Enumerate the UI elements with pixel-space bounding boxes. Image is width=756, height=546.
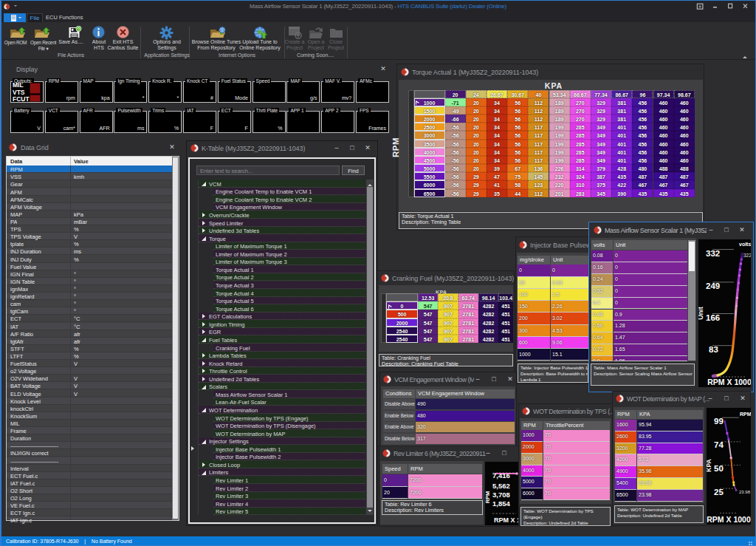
svg-text:RPM X 1000: RPM X 1000 [707,515,751,524]
svg-text:volts: volts [739,242,751,247]
svg-text:25: 25 [714,488,724,496]
svg-text:7,416: 7,416 [492,471,510,480]
svg-text:Unit: Unit [698,307,704,320]
svg-text:322: 322 [743,253,751,258]
svg-text:332: 332 [706,249,720,258]
svg-text:23.98: 23.98 [739,490,751,494]
svg-text:KPA: KPA [707,459,712,471]
svg-text:3,708: 3,708 [492,491,510,499]
svg-text:74: 74 [714,440,724,449]
svg-text:50: 50 [714,464,724,473]
svg-text:5,562: 5,562 [492,482,510,490]
svg-text:1,854: 1,854 [492,499,510,508]
svg-text:RPM X 1: RPM X 1 [494,516,518,524]
svg-text:166: 166 [706,313,720,322]
svg-text:RPM: RPM [740,412,751,417]
svg-text:RPM: RPM [485,491,491,504]
svg-text:99: 99 [714,417,724,426]
svg-text:RPM X 1000: RPM X 1000 [707,378,751,386]
svg-text:249: 249 [706,281,720,290]
svg-text:83: 83 [709,345,718,354]
